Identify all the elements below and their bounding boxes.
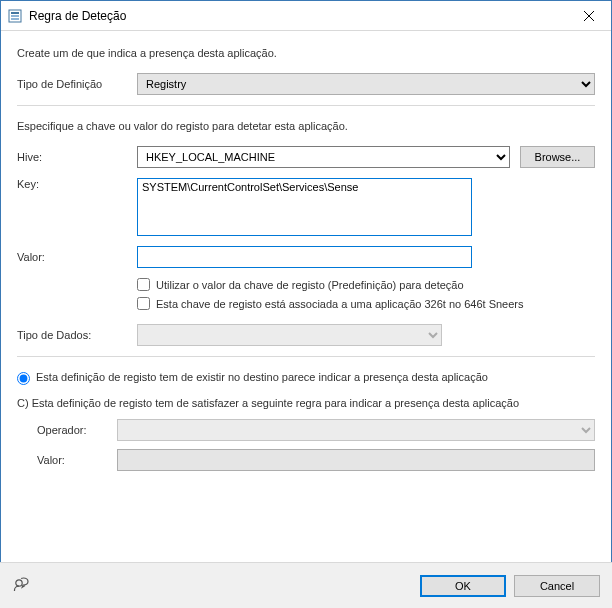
svg-rect-1 — [11, 12, 19, 14]
rule-valor-input — [117, 449, 595, 471]
hive-label: Hive: — [17, 151, 137, 163]
key-input[interactable]: SYSTEM\CurrentControlSet\Services\Sense — [137, 178, 472, 236]
data-type-select — [137, 324, 442, 346]
ok-button[interactable]: OK — [420, 575, 506, 597]
operator-select — [117, 419, 595, 441]
associated-checkbox[interactable] — [137, 297, 150, 310]
close-button[interactable] — [567, 1, 611, 31]
browse-button[interactable]: Browse... — [520, 146, 595, 168]
dialog-content: Create um de que indica a presença desta… — [1, 31, 611, 471]
data-type-label: Tipo de Dados: — [17, 329, 137, 341]
cancel-button[interactable]: Cancel — [514, 575, 600, 597]
window-title: Regra de Deteção — [29, 9, 567, 23]
svg-rect-3 — [11, 18, 19, 20]
divider-1 — [17, 105, 595, 106]
svg-point-6 — [16, 579, 22, 585]
definition-type-select[interactable]: Registry — [137, 73, 595, 95]
feedback-icon[interactable] — [12, 576, 32, 596]
divider-2 — [17, 356, 595, 357]
titlebar: Regra de Deteção — [1, 1, 611, 31]
valor-label: Valor: — [17, 251, 137, 263]
key-label: Key: — [17, 178, 137, 190]
operator-label: Operador: — [37, 424, 117, 436]
associated-label: Esta chave de registo está associada a u… — [156, 298, 524, 310]
section-registry-label: Especifique a chave ou valor do registo … — [17, 120, 595, 132]
intro-text: Create um de que indica a presença desta… — [17, 47, 595, 59]
radio-rule-label: C) Esta definição de registo tem de sati… — [17, 397, 595, 409]
radio-exist[interactable] — [17, 372, 30, 385]
use-default-label: Utilizar o valor da chave de registo (Pr… — [156, 279, 464, 291]
dialog-footer: OK Cancel — [0, 562, 612, 608]
rule-valor-label: Valor: — [37, 454, 117, 466]
radio-exist-label: Esta definição de registo tem de existir… — [36, 371, 595, 383]
hive-select[interactable]: HKEY_LOCAL_MACHINE — [137, 146, 510, 168]
svg-rect-2 — [11, 15, 19, 17]
valor-input[interactable] — [137, 246, 472, 268]
use-default-checkbox[interactable] — [137, 278, 150, 291]
app-icon — [7, 8, 23, 24]
definition-type-label: Tipo de Definição — [17, 78, 137, 90]
